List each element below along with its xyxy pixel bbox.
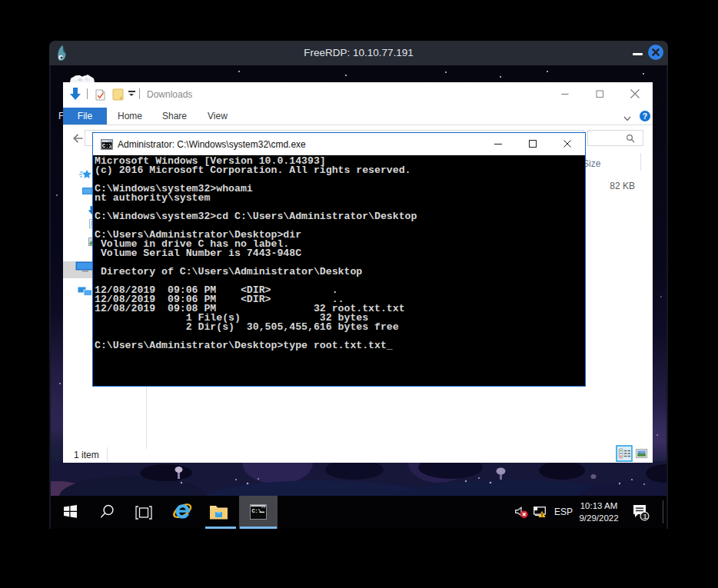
- svg-text:1: 1: [643, 512, 647, 520]
- svg-text:C:\: C:\: [251, 508, 261, 514]
- svg-text:C:\: C:\: [102, 143, 112, 149]
